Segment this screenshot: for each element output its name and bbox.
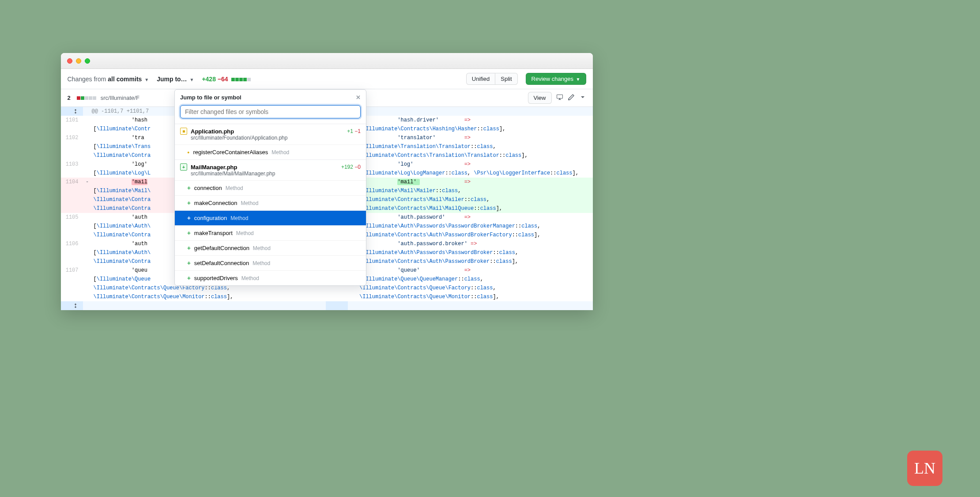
symbol-kind: Method [230, 215, 248, 221]
symbol-name: connection [194, 185, 222, 191]
unified-button[interactable]: Unified [466, 73, 495, 85]
symbol-name: makeTransport [194, 230, 233, 236]
titlebar [61, 53, 593, 69]
added-plus-icon: + [187, 275, 191, 281]
window-minimize-button[interactable] [76, 58, 81, 64]
window-close-button[interactable] [67, 58, 72, 64]
caret-down-icon: ▼ [190, 77, 194, 82]
jump-to-dropdown[interactable]: Jump to… ▼ [157, 76, 194, 83]
close-icon[interactable]: ✕ [356, 94, 361, 101]
symbol-kind: Method [253, 245, 271, 251]
desktop-icon[interactable] [556, 94, 563, 102]
popup-title: Jump to file or symbol [180, 94, 241, 101]
symbol-name: getDefaultConnection [194, 245, 249, 251]
file-changes-count: 2 [68, 95, 71, 101]
symbol-name: configuration [194, 215, 227, 221]
changes-from-prefix: Changes from [68, 76, 108, 83]
file-item[interactable]: Application.php+1 −1src/Illuminate/Found… [175, 124, 366, 144]
changes-from-dropdown[interactable]: Changes from all commits ▼ [68, 76, 149, 83]
expand-icon[interactable] [61, 301, 83, 310]
symbol-item[interactable]: +supportedDrivers Method [175, 270, 366, 285]
symbol-name: setDefaultConnection [194, 260, 249, 266]
symbol-kind: Method [271, 149, 289, 156]
diff-toolbar: Changes from all commits ▼ Jump to… ▼ +4… [61, 69, 593, 89]
chevron-down-icon[interactable] [579, 94, 586, 102]
added-icon: + [180, 163, 187, 171]
expand-icon[interactable] [61, 107, 83, 116]
file-del-stat: −1 [354, 128, 361, 134]
modified-icon [180, 128, 187, 135]
symbol-item[interactable]: +setDefaultConnection Method [175, 255, 366, 270]
added-plus-icon: + [187, 185, 191, 191]
view-mode-toggle: Unified Split [466, 73, 518, 85]
pencil-icon[interactable] [568, 94, 575, 102]
file-del-stat: −0 [354, 164, 361, 170]
popup-list: Application.php+1 −1src/Illuminate/Found… [175, 124, 366, 285]
file-item[interactable]: +MailManager.php+192 −0src/Illuminate/Ma… [175, 159, 366, 180]
view-file-button[interactable]: View [528, 92, 552, 104]
added-plus-icon: + [187, 260, 191, 266]
file-add-stat: +1 [347, 128, 353, 134]
jump-to-popup: Jump to file or symbol ✕ Application.php… [174, 89, 366, 286]
added-plus-icon: + [187, 215, 191, 221]
hunk-footer [61, 301, 593, 310]
review-changes-button[interactable]: Review changes ▼ [526, 73, 586, 85]
deletions-count: −64 [218, 76, 228, 83]
symbol-kind: Method [226, 185, 243, 191]
symbol-item[interactable]: +getDefaultConnection Method [175, 240, 366, 255]
symbol-item[interactable]: ●registerCoreContainerAliases Method [175, 144, 366, 159]
diff-stats: +428 −64 [202, 76, 251, 83]
file-path: src/Illuminate/Foundation/Application.ph… [191, 135, 361, 141]
symbol-item[interactable]: +configuration Method [175, 210, 366, 225]
file-path: src/Illuminate/Mail/MailManager.php [191, 171, 361, 177]
symbol-name: makeConnection [194, 200, 237, 206]
file-name: MailManager.php [191, 164, 237, 171]
review-changes-label: Review changes [531, 76, 573, 82]
file-add-stat: +192 [341, 164, 353, 170]
symbol-item[interactable]: +makeTransport Method [175, 225, 366, 240]
diff-line: \Illuminate\Contracts\Queue\Monitor::cla… [61, 292, 593, 301]
jump-to-label: Jump to… [157, 76, 187, 83]
changes-from-value: all commits [108, 76, 142, 83]
popup-header: Jump to file or symbol ✕ [175, 90, 366, 105]
file-path: src/Illuminate/F [101, 95, 139, 101]
symbol-item[interactable]: +connection Method [175, 180, 366, 195]
symbol-kind: Method [253, 260, 270, 266]
added-plus-icon: + [187, 245, 191, 251]
symbol-kind: Method [241, 275, 259, 281]
file-name: Application.php [191, 128, 234, 135]
added-plus-icon: + [187, 230, 191, 236]
symbol-name: supportedDrivers [194, 275, 238, 281]
symbol-name: registerCoreContainerAliases [193, 149, 268, 156]
window-zoom-button[interactable] [85, 58, 90, 64]
file-diff-blocks-icon [77, 96, 96, 100]
caret-down-icon: ▼ [576, 77, 580, 82]
modified-dot-icon: ● [187, 150, 189, 155]
symbol-kind: Method [241, 200, 258, 206]
filter-input[interactable] [180, 105, 361, 118]
diff-blocks-icon [231, 78, 251, 81]
symbol-kind: Method [236, 230, 254, 236]
split-button[interactable]: Split [495, 73, 517, 85]
caret-down-icon: ▼ [144, 77, 149, 82]
symbol-item[interactable]: +makeConnection Method [175, 195, 366, 210]
additions-count: +428 [202, 76, 216, 83]
added-plus-icon: + [187, 200, 191, 206]
